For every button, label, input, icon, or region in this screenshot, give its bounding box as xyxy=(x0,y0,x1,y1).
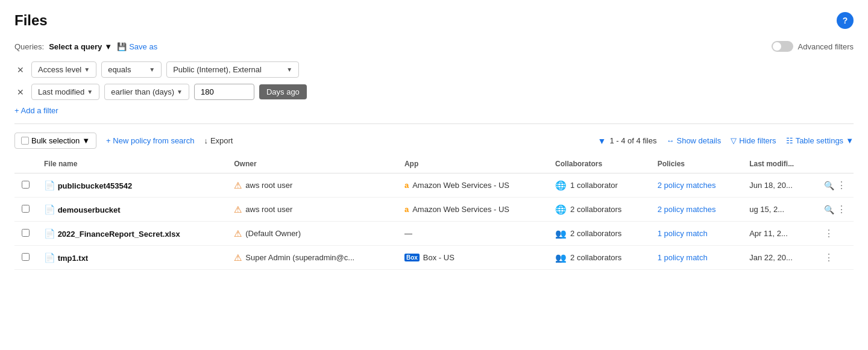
table-row: 📄 tmp1.txt⚠Super Admin (superadmin@c...B… xyxy=(14,246,854,270)
more-options-button[interactable]: ⋮ xyxy=(837,180,846,191)
file-icon: 📄 xyxy=(44,228,55,239)
filter-days-input[interactable] xyxy=(194,84,254,100)
collaborators-count: 2 collaborators xyxy=(570,253,621,262)
col-app: App xyxy=(397,155,548,173)
arrows-icon: ↔ xyxy=(666,136,674,145)
table-settings-button[interactable]: ☷ Table settings ▼ xyxy=(786,136,854,145)
amazon-icon: a xyxy=(404,205,409,214)
files-table: File name Owner App Collaborators Polici… xyxy=(14,155,854,270)
filter-clear-2[interactable]: ✕ xyxy=(14,86,27,98)
col-policies: Policies xyxy=(650,155,743,173)
filter-row-1: ✕ Access level ▼ equals ▼ Public (Intern… xyxy=(14,61,854,78)
collaborators-cell: 🌐1 collaborator xyxy=(555,180,643,191)
row-checkbox[interactable] xyxy=(22,253,30,261)
results-info: ▼ 1 - 4 of 4 files xyxy=(598,136,657,146)
chevron-down-icon: ▼ xyxy=(84,66,90,73)
col-actions xyxy=(817,155,854,173)
col-collaborators: Collaborators xyxy=(548,155,650,173)
table-row: 📄 2022_FinanceReport_Secret.xlsx⚠(Defaul… xyxy=(14,222,854,246)
more-options-button[interactable]: ⋮ xyxy=(824,228,834,239)
search-row-button[interactable]: 🔍 xyxy=(824,205,834,214)
warning-icon: ⚠ xyxy=(234,252,242,263)
show-details-button[interactable]: ↔ Show details xyxy=(666,136,721,145)
policy-matches: 2 policy matches xyxy=(658,205,716,214)
days-ago-button[interactable]: Days ago xyxy=(259,84,307,99)
save-as-button[interactable]: 💾 Save as xyxy=(117,42,157,51)
box-icon: Box xyxy=(404,254,420,261)
collaborators-cell: 👥2 collaborators xyxy=(555,252,643,263)
filter-field-2[interactable]: Last modified ▼ xyxy=(31,84,99,100)
group-icon: 👥 xyxy=(555,228,567,239)
filter-icon: ▽ xyxy=(731,136,737,145)
col-owner: Owner xyxy=(227,155,397,173)
search-row-button[interactable]: 🔍 xyxy=(824,181,834,190)
app-name: — xyxy=(404,229,412,238)
file-name: 2022_FinanceReport_Secret.xlsx xyxy=(58,230,180,239)
warning-icon: ⚠ xyxy=(234,180,242,191)
table-row: 📄 publicbucket453542⚠aws root useraAmazo… xyxy=(14,173,854,198)
file-icon: 📄 xyxy=(44,180,55,190)
file-name: demouserbucket xyxy=(58,205,121,214)
collaborators-cell: 🌐2 collaborators xyxy=(555,204,643,215)
owner-cell: ⚠Super Admin (superadmin@c... xyxy=(234,252,390,263)
chevron-down-icon: ▼ xyxy=(149,66,155,73)
last-modified: ug 15, 2... xyxy=(749,205,784,214)
filters-section: ✕ Access level ▼ equals ▼ Public (Intern… xyxy=(14,61,854,100)
app-cell: aAmazon Web Services - US xyxy=(404,205,541,214)
row-checkbox[interactable] xyxy=(22,229,30,237)
app-name: Box - US xyxy=(423,253,454,262)
page-title: Files xyxy=(14,12,48,29)
row-checkbox[interactable] xyxy=(22,205,30,213)
filter-field-1[interactable]: Access level ▼ xyxy=(31,61,96,78)
owner-cell: ⚠(Default Owner) xyxy=(234,228,390,239)
bulk-selection-button[interactable]: Bulk selection ▼ xyxy=(14,133,96,149)
hide-filters-button[interactable]: ▽ Hide filters xyxy=(731,136,776,145)
group-icon: 👥 xyxy=(555,252,567,263)
chevron-down-icon: ▼ xyxy=(177,89,183,95)
row-actions: 🔍⋮ xyxy=(824,204,846,215)
globe-icon: 🌐 xyxy=(555,204,567,215)
filter-operator-1[interactable]: equals ▼ xyxy=(101,61,162,78)
collaborators-count: 2 collaborators xyxy=(570,229,621,238)
policy-matches: 1 policy match xyxy=(658,229,708,238)
new-policy-button[interactable]: + New policy from search xyxy=(106,136,194,145)
filter-operator-2[interactable]: earlier than (days) ▼ xyxy=(104,84,189,100)
row-actions: ⋮ xyxy=(824,252,846,263)
add-filter-button[interactable]: + Add a filter xyxy=(14,106,58,115)
export-button[interactable]: ↓ Export xyxy=(204,136,233,145)
warning-icon: ⚠ xyxy=(234,204,242,215)
download-icon: ↓ xyxy=(204,136,208,145)
checkbox-icon xyxy=(21,137,29,145)
row-checkbox[interactable] xyxy=(22,181,30,189)
owner-name: Super Admin (superadmin@c... xyxy=(245,253,354,262)
funnel-icon: ▼ xyxy=(598,136,606,146)
filter-row-2: ✕ Last modified ▼ earlier than (days) ▼ … xyxy=(14,84,854,100)
col-filename: File name xyxy=(37,155,227,173)
row-actions: ⋮ xyxy=(824,228,846,239)
filter-clear-1[interactable]: ✕ xyxy=(14,64,27,76)
col-checkbox xyxy=(14,155,37,173)
app-cell: — xyxy=(404,229,541,238)
queries-label: Queries: xyxy=(14,42,44,51)
select-query-dropdown[interactable]: Select a query ▼ xyxy=(49,42,112,51)
owner-name: aws root user xyxy=(245,181,292,190)
more-options-button[interactable]: ⋮ xyxy=(837,204,846,215)
collaborators-count: 1 collaborator xyxy=(570,181,618,190)
save-icon: 💾 xyxy=(117,42,127,51)
filter-value-1[interactable]: Public (Internet), External ▼ xyxy=(166,61,299,78)
file-icon: 📄 xyxy=(44,252,55,263)
row-actions: 🔍⋮ xyxy=(824,180,846,191)
last-modified: Jan 22, 20... xyxy=(749,253,793,262)
table-icon: ☷ xyxy=(786,136,793,145)
chevron-down-icon: ▼ xyxy=(82,136,90,145)
amazon-icon: a xyxy=(404,181,409,190)
more-options-button[interactable]: ⋮ xyxy=(824,252,834,263)
advanced-filters-toggle[interactable] xyxy=(772,41,793,52)
globe-icon: 🌐 xyxy=(555,180,567,191)
divider xyxy=(14,123,854,124)
actions-row: Bulk selection ▼ + New policy from searc… xyxy=(14,133,854,149)
owner-name: aws root user xyxy=(245,205,292,214)
help-button[interactable]: ? xyxy=(837,12,854,29)
table-header-row: File name Owner App Collaborators Polici… xyxy=(14,155,854,173)
app-name: Amazon Web Services - US xyxy=(412,205,509,214)
